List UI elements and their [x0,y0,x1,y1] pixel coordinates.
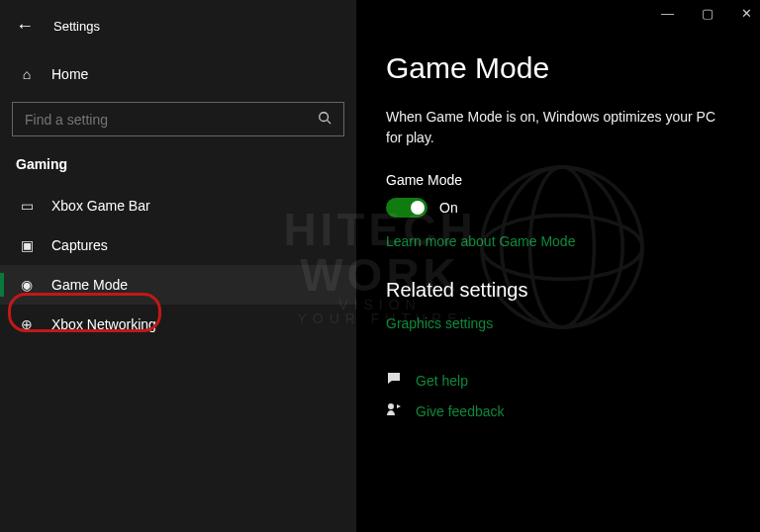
nav-label: Xbox Game Bar [51,198,150,214]
app-title: Settings [53,19,100,34]
page-heading: Game Mode [386,51,730,85]
window-controls: — ▢ ✕ [661,6,752,21]
feedback-icon [386,401,404,420]
home-icon: ⌂ [18,66,36,82]
svg-point-6 [388,403,394,409]
sidebar-item-captures[interactable]: ▣ Captures [0,225,356,265]
sidebar-item-xbox-game-bar[interactable]: ▭ Xbox Game Bar [0,186,356,225]
sidebar-item-xbox-networking[interactable]: ⊕ Xbox Networking [0,305,356,344]
nav-label: Captures [51,237,108,253]
sidebar: ← Settings ⌂ Home Gaming ▭ Xbox Game Bar… [0,0,356,532]
toggle-label: Game Mode [386,172,730,188]
related-settings-heading: Related settings [386,279,730,302]
home-button[interactable]: ⌂ Home [0,56,356,92]
get-help-link[interactable]: Get help [416,373,468,389]
titlebar: ← Settings [0,12,356,56]
svg-point-0 [320,113,329,122]
give-feedback-row[interactable]: Give feedback [386,401,730,420]
svg-line-1 [328,121,332,125]
main-panel: — ▢ ✕ Game Mode When Game Mode is on, Wi… [356,0,760,532]
search-icon [318,111,332,128]
minimize-button[interactable]: — [661,6,674,21]
nav-label: Xbox Networking [51,316,156,332]
captures-icon: ▣ [18,237,36,253]
search-field[interactable] [25,112,318,128]
page-description: When Game Mode is on, Windows optimizes … [386,107,730,148]
chat-icon [386,371,404,390]
search-input[interactable] [12,102,344,136]
gamebar-icon: ▭ [18,198,36,214]
networking-icon: ⊕ [18,316,36,332]
sidebar-item-game-mode[interactable]: ◉ Game Mode [0,265,356,305]
give-feedback-link[interactable]: Give feedback [416,403,505,419]
home-label: Home [51,66,88,82]
maximize-button[interactable]: ▢ [702,6,713,21]
nav-label: Game Mode [51,277,128,293]
graphics-settings-link[interactable]: Graphics settings [386,315,493,331]
get-help-row[interactable]: Get help [386,371,730,390]
toggle-row: On [386,198,730,218]
close-button[interactable]: ✕ [741,6,752,21]
game-mode-toggle[interactable] [386,198,428,218]
category-header: Gaming [0,152,356,186]
back-arrow-icon[interactable]: ← [16,16,34,37]
gamemode-icon: ◉ [18,277,36,293]
learn-more-link[interactable]: Learn more about Game Mode [386,233,575,249]
toggle-state: On [439,200,458,216]
